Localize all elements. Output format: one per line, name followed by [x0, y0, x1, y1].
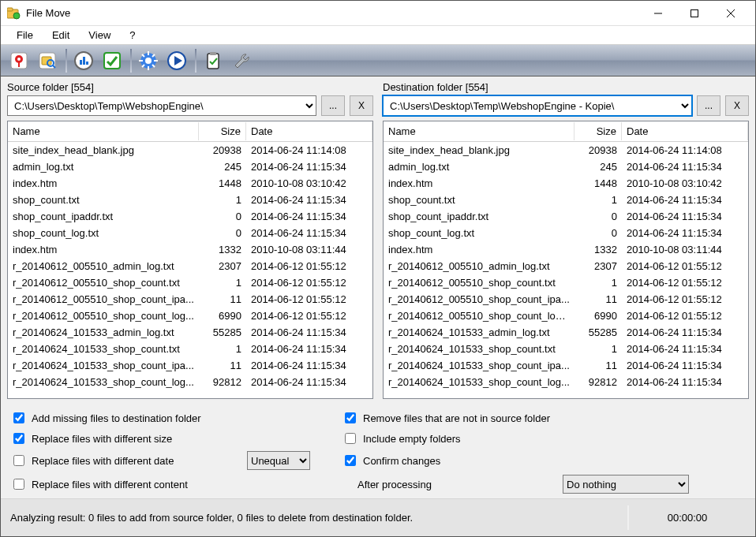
table-row[interactable]: r_20140624_101533_shop_count.txt12014-06…	[384, 341, 748, 357]
cell-date: 2014-06-12 01:55:12	[246, 260, 372, 272]
menu-help[interactable]: ?	[120, 27, 144, 43]
table-row[interactable]: r_20140624_101533_shop_count_ipa...11201…	[8, 357, 372, 374]
source-list-body[interactable]: site_index_head_blank.jpg209382014-06-24…	[8, 142, 372, 398]
chk-replace-date[interactable]: Replace files with different date	[10, 453, 247, 468]
col-size[interactable]: Size	[574, 122, 622, 140]
menu-file[interactable]: File	[7, 27, 43, 43]
chk-add-missing[interactable]: Add missing files to destination folder	[10, 410, 247, 426]
cell-date: 2014-06-12 01:55:12	[622, 293, 748, 305]
dest-list-body[interactable]: site_index_head_blank.jpg209382014-06-24…	[384, 142, 748, 398]
col-date[interactable]: Date	[246, 122, 372, 140]
cell-date: 2014-06-24 11:15:34	[246, 326, 372, 338]
table-row[interactable]: shop_count.txt12014-06-24 11:15:34	[8, 192, 372, 208]
col-name[interactable]: Name	[384, 122, 574, 140]
lists: Name Size Date site_index_head_blank.jpg…	[1, 117, 755, 404]
table-row[interactable]: r_20140612_005510_shop_count_ipa...11201…	[8, 291, 372, 308]
dest-clear-button[interactable]: X	[725, 95, 749, 116]
cell-size: 20938	[199, 144, 246, 156]
cell-name: r_20140612_005510_shop_count_log....	[384, 310, 574, 322]
svg-rect-16	[83, 57, 85, 65]
close-button[interactable]	[713, 2, 749, 25]
date-mode-select[interactable]: Unequal	[247, 451, 310, 470]
menu-edit[interactable]: Edit	[43, 27, 79, 43]
table-row[interactable]: r_20140612_005510_shop_count_log....6990…	[384, 308, 748, 324]
chk-replace-content[interactable]: Replace files with different content	[10, 476, 247, 492]
table-row[interactable]: admin_log.txt2452014-06-24 11:15:34	[384, 158, 748, 175]
cell-name: r_20140612_005510_shop_count_ipa...	[8, 293, 199, 305]
cell-date: 2010-10-08 03:11:44	[246, 244, 372, 255]
dest-list-header: Name Size Date	[384, 121, 748, 142]
table-row[interactable]: r_20140612_005510_shop_count_ipa...11201…	[384, 291, 748, 308]
table-row[interactable]: index.htm13322010-10-08 03:11:44	[384, 241, 748, 258]
cell-date: 2014-06-12 01:55:12	[622, 310, 748, 322]
cell-size: 92812	[574, 376, 622, 388]
settings-gear-icon[interactable]	[135, 47, 162, 74]
table-row[interactable]: r_20140624_101533_admin_log.txt552852014…	[8, 324, 372, 341]
table-row[interactable]: r_20140624_101533_shop_count.txt12014-06…	[8, 341, 372, 357]
table-row[interactable]: shop_count_log.txt02014-06-24 11:15:34	[384, 225, 748, 241]
cell-name: shop_count_ipaddr.txt	[8, 211, 199, 222]
play-icon[interactable]	[163, 47, 190, 74]
col-size[interactable]: Size	[199, 122, 246, 140]
drive-search-icon[interactable]	[34, 47, 61, 74]
table-row[interactable]: r_20140624_101533_shop_count_log...92812…	[8, 374, 372, 390]
wrench-icon[interactable]	[228, 47, 255, 74]
pin-icon[interactable]	[6, 47, 32, 74]
maximize-button[interactable]	[676, 2, 713, 25]
table-row[interactable]: shop_count_ipaddr.txt02014-06-24 11:15:3…	[8, 208, 372, 225]
minimize-button[interactable]	[640, 2, 676, 25]
clipboard-icon[interactable]	[200, 47, 226, 74]
cell-name: r_20140624_101533_admin_log.txt	[8, 326, 199, 338]
table-row[interactable]: r_20140612_005510_admin_log.txt23072014-…	[384, 258, 748, 274]
svg-point-20	[145, 58, 152, 64]
cell-date: 2014-06-24 11:15:34	[246, 194, 372, 206]
cell-size: 11	[574, 293, 622, 305]
table-row[interactable]: shop_count.txt12014-06-24 11:15:34	[384, 192, 748, 208]
table-row[interactable]: r_20140612_005510_shop_count_log...69902…	[8, 308, 372, 324]
table-row[interactable]: admin_log.txt2452014-06-24 11:15:34	[8, 158, 372, 175]
source-clear-button[interactable]: X	[350, 95, 373, 116]
cell-size: 6990	[574, 310, 622, 322]
analyze-icon[interactable]	[70, 47, 97, 74]
table-row[interactable]: shop_count_ipaddr.txt02014-06-24 11:15:3…	[384, 208, 748, 225]
chk-include-empty[interactable]: Include empty folders	[342, 431, 563, 446]
menu-view[interactable]: View	[79, 27, 120, 43]
cell-date: 2014-06-12 01:55:12	[246, 310, 372, 322]
dest-browse-button[interactable]: ...	[697, 95, 720, 116]
cell-date: 2014-06-24 11:15:34	[622, 360, 748, 371]
table-row[interactable]: site_index_head_blank.jpg209382014-06-24…	[8, 142, 372, 158]
col-name[interactable]: Name	[8, 122, 199, 140]
table-row[interactable]: r_20140624_101533_admin_log.txt552852014…	[384, 324, 748, 341]
table-row[interactable]: index.htm14482010-10-08 03:10:42	[8, 175, 372, 192]
source-path-combo[interactable]: C:\Users\Desktop\Temp\WebshopEngine\	[7, 95, 316, 116]
after-processing-select[interactable]: Do nothing	[563, 475, 689, 494]
cell-size: 245	[574, 161, 622, 173]
col-date[interactable]: Date	[622, 122, 748, 140]
panes-header: Source folder [554] C:\Users\Desktop\Tem…	[1, 76, 755, 117]
chk-confirm[interactable]: Confirm changes	[342, 453, 563, 468]
dest-path-combo[interactable]: C:\Users\Desktop\Temp\WebshopEngine - Ko…	[383, 95, 692, 116]
table-row[interactable]: shop_count_log.txt02014-06-24 11:15:34	[8, 225, 372, 241]
cell-size: 0	[199, 211, 246, 222]
table-row[interactable]: index.htm13322010-10-08 03:11:44	[8, 241, 372, 258]
cell-date: 2014-06-24 11:15:34	[622, 227, 748, 239]
cell-date: 2014-06-24 11:15:34	[246, 343, 372, 355]
chk-replace-size[interactable]: Replace files with different size	[10, 431, 247, 446]
svg-rect-32	[210, 52, 216, 55]
table-row[interactable]: r_20140612_005510_shop_count.txt12014-06…	[8, 274, 372, 291]
source-pane-header: Source folder [554] C:\Users\Desktop\Tem…	[7, 81, 373, 116]
table-row[interactable]: r_20140612_005510_admin_log.txt23072014-…	[8, 258, 372, 274]
cell-size: 1332	[199, 244, 246, 255]
table-row[interactable]: site_index_head_blank.jpg209382014-06-24…	[384, 142, 748, 158]
table-row[interactable]: index.htm14482010-10-08 03:10:42	[384, 175, 748, 192]
source-browse-button[interactable]: ...	[321, 95, 345, 116]
table-row[interactable]: r_20140624_101533_shop_count_log...92812…	[384, 374, 748, 390]
chk-remove-not-source[interactable]: Remove files that are not in source fold…	[342, 410, 563, 426]
sync-icon[interactable]	[99, 47, 125, 74]
dest-pane-header: Destination folder [554] C:\Users\Deskto…	[383, 81, 749, 116]
toolbar-sep-2	[130, 49, 132, 73]
table-row[interactable]: r_20140612_005510_shop_count.txt12014-06…	[384, 274, 748, 291]
cell-date: 2014-06-24 11:15:34	[622, 211, 748, 222]
cell-size: 1448	[574, 177, 622, 189]
table-row[interactable]: r_20140624_101533_shop_count_ipa...11201…	[384, 357, 748, 374]
